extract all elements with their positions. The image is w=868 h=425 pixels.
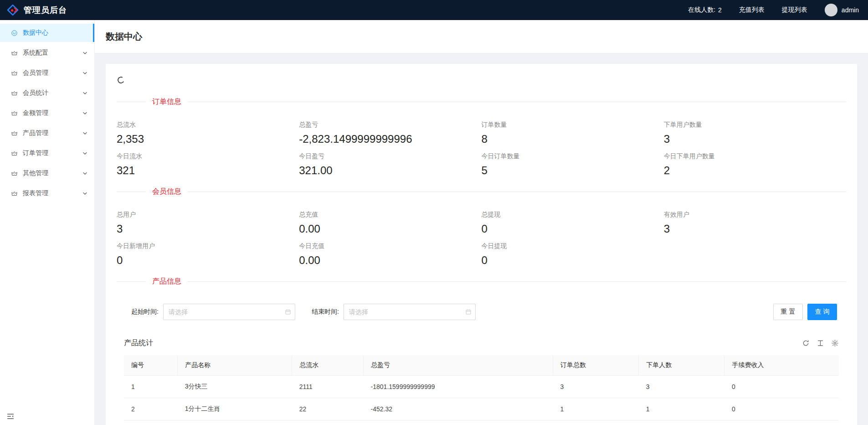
member-stats-grid: 总用户 3 今日新增用户 0 总充值 0.00 今日充值 0.00 总提现 0 [117, 209, 846, 268]
table-header-row: 编号 产品名称 总流水 总盈亏 订单总数 下单人数 手续费收入 [124, 355, 839, 376]
cell-id: 3 [124, 420, 178, 425]
product-stats-section: 产品统计 编号 [124, 338, 839, 425]
sidebar-item-system-config[interactable]: 系统配置 [0, 44, 94, 62]
divider-order-info-label: 订单信息 [146, 97, 188, 107]
crown-icon [11, 130, 18, 137]
online-users-count: 2 [718, 6, 722, 14]
start-time-input[interactable] [163, 304, 295, 320]
stat-sub-value: 0 [117, 253, 290, 268]
start-time-label: 起始时间: [131, 308, 159, 316]
online-users-label: 在线人数: [688, 6, 715, 14]
stat-total-recharge: 总充值 0.00 今日充值 0.00 [299, 209, 481, 268]
stat-label: 总提现 [482, 209, 655, 219]
col-header-order-total: 订单总数 [553, 355, 638, 376]
sidebar-item-member-stats[interactable]: 会员统计 [0, 84, 94, 102]
sidebar-item-product-manage[interactable]: 产品管理 [0, 124, 94, 142]
end-time-input[interactable] [344, 304, 476, 320]
sidebar-item-label: 会员管理 [23, 69, 82, 77]
dashboard-card: 订单信息 总流水 2,353 今日流水 321 总盈亏 -2,823.14999… [106, 64, 857, 425]
stat-value: 8 [482, 132, 655, 146]
col-header-id: 编号 [124, 355, 178, 376]
cell-order-total: 1 [553, 398, 638, 420]
cell-order-users: 2 [639, 420, 724, 425]
online-users: 在线人数: 2 [688, 6, 722, 14]
logo-diamond-icon [6, 4, 19, 16]
settings-gear-icon[interactable] [831, 339, 839, 347]
stat-sub-label: 今日订单数量 [482, 151, 655, 161]
cell-id: 2 [124, 398, 178, 420]
divider-product-info-label: 产品信息 [146, 277, 188, 286]
stat-valid-users: 有效用户 3 [664, 209, 846, 268]
stat-sub-value: 321 [117, 163, 290, 178]
end-time-picker [344, 304, 476, 320]
user-menu[interactable]: admin [825, 4, 859, 16]
stat-order-count: 订单数量 8 今日订单数量 5 [482, 119, 664, 178]
sidebar-item-label: 产品管理 [23, 129, 82, 137]
smile-icon [11, 30, 18, 36]
stat-label: 下单用户数量 [664, 119, 837, 130]
nav-withdraw-list[interactable]: 提现列表 [782, 6, 807, 14]
sidebar-item-label: 会员统计 [23, 89, 82, 97]
stat-label: 总流水 [117, 119, 290, 130]
cell-fee-income: 0 [724, 376, 839, 398]
query-button[interactable]: 查 询 [807, 304, 837, 320]
sidebar-item-data-center[interactable]: 数据中心 [0, 24, 94, 42]
sidebar-item-label: 金额管理 [23, 109, 82, 117]
cell-order-users: 3 [639, 376, 724, 398]
stat-label: 有效用户 [664, 209, 837, 219]
divider-member-info: 会员信息 [117, 187, 846, 197]
start-time-group: 起始时间: [131, 304, 295, 320]
table-row: 1 3分快三 2111 -1801.1599999999999 3 3 0 [124, 376, 839, 398]
order-stats-grid: 总流水 2,353 今日流水 321 总盈亏 -2,823.1499999999… [117, 119, 846, 178]
crown-icon [11, 110, 18, 117]
stat-label: 总充值 [299, 209, 472, 219]
cell-order-users: 1 [639, 398, 724, 420]
stat-value: 2,353 [117, 132, 290, 146]
column-height-icon[interactable] [817, 339, 824, 347]
reset-button[interactable]: 重 置 [773, 304, 803, 320]
table-row: 3 3分十二生肖 220 -569.67 4 2 0 [124, 420, 839, 425]
stat-value: 3 [117, 222, 290, 236]
stat-sub-value: 321.00 [299, 163, 472, 178]
sidebar-item-report-manage[interactable]: 报表管理 [0, 184, 94, 202]
chevron-down-icon [82, 110, 88, 116]
sidebar-item-label: 订单管理 [23, 149, 82, 157]
stat-sub-label: 今日新增用户 [117, 241, 290, 251]
reload-icon[interactable] [802, 339, 810, 347]
stat-order-users: 下单用户数量 3 今日下单用户数量 2 [664, 119, 846, 178]
sidebar-item-order-manage[interactable]: 订单管理 [0, 144, 94, 162]
stat-total-flow: 总流水 2,353 今日流水 321 [117, 119, 299, 178]
sidebar-item-amount-manage[interactable]: 金额管理 [0, 104, 94, 122]
table-row: 2 1分十二生肖 22 -452.32 1 1 0 [124, 398, 839, 420]
menu-fold-icon[interactable] [6, 412, 15, 420]
stat-sub-label: 今日充值 [299, 241, 472, 251]
stat-sub-label: 今日盈亏 [299, 151, 472, 161]
start-time-picker [163, 304, 295, 320]
chevron-down-icon [82, 171, 88, 176]
col-header-total-profit: 总盈亏 [364, 355, 553, 376]
stat-value: 3 [664, 132, 837, 146]
nav-recharge-list[interactable]: 充值列表 [739, 6, 765, 14]
stat-total-profit: 总盈亏 -2,823.1499999999996 今日盈亏 321.00 [299, 119, 481, 178]
chevron-down-icon [82, 191, 88, 197]
content-area: 订单信息 总流水 2,353 今日流水 321 总盈亏 -2,823.14999… [95, 53, 868, 425]
loading-spinner-icon [117, 76, 125, 84]
filter-row: 起始时间: 结束时间: 重 置 [131, 304, 846, 320]
cell-total-profit: -452.32 [364, 398, 553, 420]
divider-product-info: 产品信息 [117, 277, 846, 286]
page-title: 数据中心 [106, 30, 857, 43]
cell-fee-income: 0 [724, 420, 839, 425]
avatar[interactable] [825, 4, 837, 16]
end-time-group: 结束时间: [312, 304, 476, 320]
sidebar-item-other-manage[interactable]: 其他管理 [0, 164, 94, 182]
sidebar-item-member-manage[interactable]: 会员管理 [0, 64, 94, 82]
stat-label: 总用户 [117, 209, 290, 219]
crown-icon [11, 50, 18, 57]
cell-total-flow: 220 [292, 420, 364, 425]
sidebar-item-label: 报表管理 [23, 189, 82, 197]
username: admin [842, 6, 859, 14]
chevron-down-icon [82, 130, 88, 136]
cell-order-total: 3 [553, 376, 638, 398]
stat-total-withdraw: 总提现 0 今日提现 0 [482, 209, 664, 268]
stat-sub-value: 5 [482, 163, 655, 178]
